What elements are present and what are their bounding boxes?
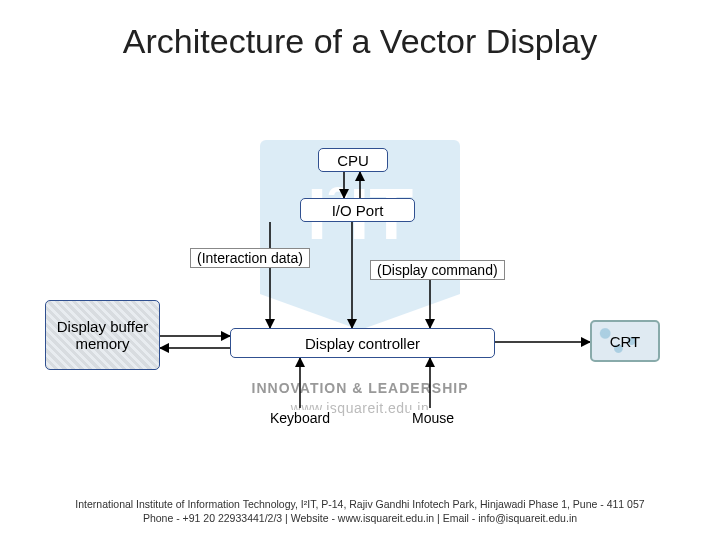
footer-line-1: International Institute of Information T… [20,497,700,512]
node-cpu: CPU [318,148,388,172]
diagram-canvas: I2IT INNOVATION & LEADERSHIP www.isquare… [0,0,720,540]
node-io-port: I/O Port [300,198,415,222]
label-display-command: (Display command) [370,260,505,280]
watermark-tagline: INNOVATION & LEADERSHIP [0,380,720,396]
footer-line-2: Phone - +91 20 22933441/2/3 | Website - … [20,511,700,526]
label-interaction-data: (Interaction data) [190,248,310,268]
node-crt: CRT [590,320,660,362]
watermark-url: www.isquareit.edu.in [0,400,720,416]
node-mouse: Mouse [410,410,456,426]
footer: International Institute of Information T… [0,497,720,526]
node-display-buffer-memory: Display buffer memory [45,300,160,370]
node-keyboard: Keyboard [268,410,332,426]
node-display-controller: Display controller [230,328,495,358]
